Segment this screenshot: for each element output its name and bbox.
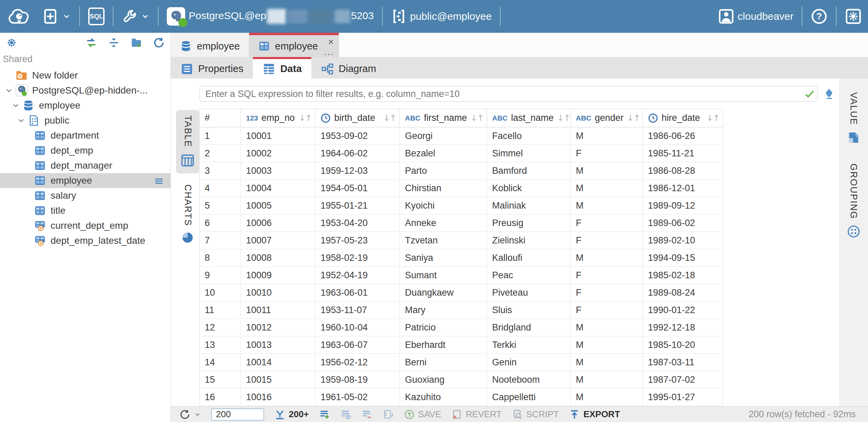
data-cell[interactable]: 1986-06-26	[643, 127, 723, 145]
tab-data[interactable]: Data	[253, 57, 311, 79]
data-cell[interactable]: 1986-12-01	[643, 180, 723, 197]
row-number-cell[interactable]: 1	[199, 127, 241, 145]
data-cell[interactable]: M	[571, 180, 643, 197]
data-cell[interactable]: 1958-02-19	[315, 249, 400, 267]
data-cell[interactable]: 1986-08-28	[643, 162, 723, 180]
new-folder-button[interactable]	[130, 37, 143, 49]
data-cell[interactable]: F	[571, 232, 643, 249]
data-cell[interactable]: Patricio	[400, 319, 487, 336]
data-cell[interactable]: 10006	[241, 214, 315, 232]
data-cell[interactable]: F	[571, 267, 643, 284]
data-cell[interactable]: 1990-01-22	[643, 301, 723, 319]
refresh-tree-button[interactable]	[153, 37, 165, 49]
script-button[interactable]: SCRIPT	[512, 409, 559, 420]
data-cell[interactable]: Maliniak	[487, 197, 571, 214]
link-with-editor-button[interactable]	[85, 37, 97, 49]
filter-input[interactable]	[200, 89, 802, 99]
data-cell[interactable]: F	[571, 145, 643, 162]
data-cell[interactable]: 1955-01-21	[315, 197, 400, 214]
data-cell[interactable]: 1994-09-15	[643, 249, 723, 267]
data-cell[interactable]: 1985-10-20	[643, 336, 723, 354]
data-cell[interactable]: F	[571, 214, 643, 232]
data-cell[interactable]: Bamford	[487, 162, 571, 180]
data-cell[interactable]: Tzvetan	[400, 232, 487, 249]
sidebar-settings-button[interactable]	[5, 37, 18, 49]
clear-filter-button[interactable]	[822, 87, 836, 101]
data-cell[interactable]: Preusig	[487, 214, 571, 232]
data-cell[interactable]: Berni	[400, 354, 487, 371]
data-cell[interactable]: Cappelletti	[487, 389, 571, 406]
data-cell[interactable]: 1989-06-02	[643, 214, 723, 232]
data-cell[interactable]: 10016	[241, 389, 315, 406]
data-cell[interactable]: Chirstian	[400, 180, 487, 197]
tree-item-new-folder[interactable]: New folder	[0, 68, 171, 83]
row-number-cell[interactable]: 16	[199, 389, 241, 406]
data-cell[interactable]: M	[571, 127, 643, 145]
apply-filter-button[interactable]	[802, 88, 817, 100]
data-cell[interactable]: Genin	[487, 354, 571, 371]
tree-item-salary[interactable]: salary	[0, 188, 171, 203]
column-header-last-name[interactable]: ABClast_name↓↑	[487, 109, 571, 127]
tree-expand-chevron-icon[interactable]	[15, 116, 27, 125]
data-cell[interactable]: Simmel	[487, 145, 571, 162]
data-cell[interactable]: 1987-07-02	[643, 371, 723, 389]
row-number-cell[interactable]: 4	[199, 180, 241, 197]
editor-tab-employee-active[interactable]: employee×...	[249, 33, 339, 57]
data-cell[interactable]: 10011	[241, 301, 315, 319]
export-button[interactable]: EXPORT	[569, 409, 620, 420]
data-cell[interactable]: Facello	[487, 127, 571, 145]
data-cell[interactable]: Eberhardt	[400, 336, 487, 354]
data-cell[interactable]: Bezalel	[400, 145, 487, 162]
data-cell[interactable]: Kazuhito	[400, 389, 487, 406]
tree-item-dept-emp-latest-date[interactable]: dept_emp_latest_date	[0, 233, 171, 248]
data-cell[interactable]: 1985-02-18	[643, 267, 723, 284]
data-cell[interactable]: M	[571, 354, 643, 371]
tab-overflow-dots[interactable]: ...	[324, 47, 334, 56]
data-cell[interactable]: Koblick	[487, 180, 571, 197]
data-cell[interactable]: 10012	[241, 319, 315, 336]
settings-button[interactable]	[839, 0, 868, 33]
row-number-cell[interactable]: 5	[199, 197, 241, 214]
data-cell[interactable]: Anneke	[400, 214, 487, 232]
data-cell[interactable]: 1964-06-02	[315, 145, 400, 162]
data-cell[interactable]: 10001	[241, 127, 315, 145]
data-cell[interactable]: Terkki	[487, 336, 571, 354]
data-cell[interactable]: 1992-12-18	[643, 319, 723, 336]
data-cell[interactable]: 1985-11-21	[643, 145, 723, 162]
data-cell[interactable]: M	[571, 389, 643, 406]
data-cell[interactable]: 10005	[241, 197, 315, 214]
data-cell[interactable]: F	[571, 301, 643, 319]
delete-row-button[interactable]	[362, 409, 372, 420]
column-header-birth-date[interactable]: birth_date↓↑	[315, 109, 400, 127]
fetch-more-button[interactable]: 200+	[274, 409, 309, 420]
sql-editor-button[interactable]: SQL	[82, 0, 111, 33]
row-number-cell[interactable]: 10	[199, 284, 241, 301]
data-cell[interactable]: M	[571, 336, 643, 354]
data-cell[interactable]: 1960-10-04	[315, 319, 400, 336]
row-number-cell[interactable]: 6	[199, 214, 241, 232]
data-cell[interactable]: 1963-06-07	[315, 336, 400, 354]
row-number-cell[interactable]: 7	[199, 232, 241, 249]
data-cell[interactable]: Bridgland	[487, 319, 571, 336]
data-cell[interactable]: Parto	[400, 162, 487, 180]
app-logo[interactable]	[0, 0, 37, 33]
data-cell[interactable]: 1954-05-01	[315, 180, 400, 197]
row-number-cell[interactable]: 13	[199, 336, 241, 354]
data-cell[interactable]: 1989-02-10	[643, 232, 723, 249]
data-cell[interactable]: M	[571, 162, 643, 180]
refresh-result-button[interactable]	[179, 409, 201, 420]
data-cell[interactable]: 1953-09-02	[315, 127, 400, 145]
data-cell[interactable]: F	[571, 284, 643, 301]
data-cell[interactable]: Georgi	[400, 127, 487, 145]
tree-item-dept-manager[interactable]: dept_manager	[0, 158, 171, 173]
column-header-gender[interactable]: ABCgender↓↑	[571, 109, 643, 127]
data-cell[interactable]: Piveteau	[487, 284, 571, 301]
sort-arrows-icon[interactable]: ↓↑	[383, 113, 396, 123]
presentation-right-tab-value[interactable]: VALUEI	[845, 87, 863, 150]
row-limit-input[interactable]	[211, 408, 264, 421]
new-connection-button[interactable]	[37, 0, 77, 33]
data-cell[interactable]: 1989-08-24	[643, 284, 723, 301]
editor-tab-employee[interactable]: employee	[171, 33, 249, 57]
data-cell[interactable]: Sumant	[400, 267, 487, 284]
data-cell[interactable]: 1987-03-11	[643, 354, 723, 371]
